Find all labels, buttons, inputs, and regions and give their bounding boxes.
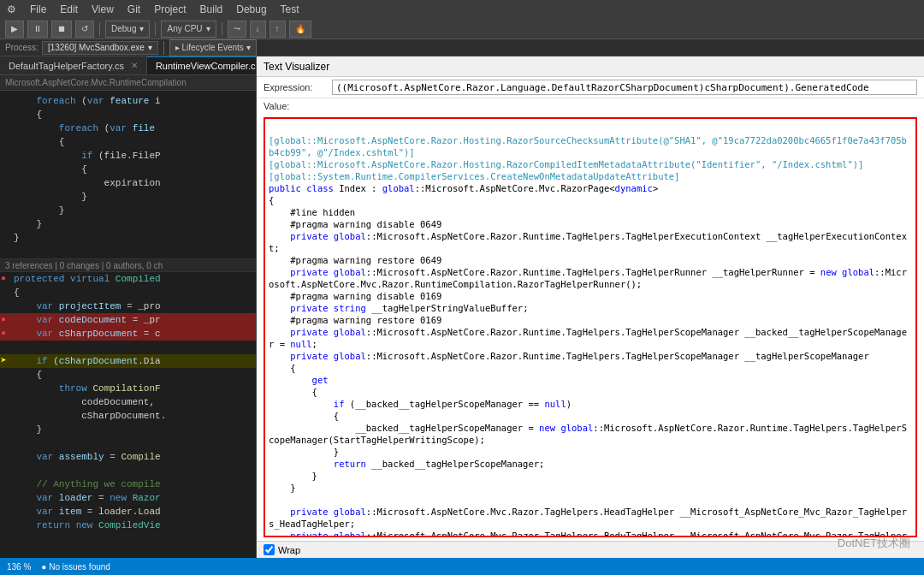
hot-reload-button[interactable]: 🔥 [289,21,311,38]
code-line-highlight-red-2: ● var cSharpDocument = c [0,327,256,341]
app-icon: ⚙ [7,3,16,15]
tab-runtimeviewcompiler[interactable]: RuntimeViewCompiler.cs ✕ [147,56,257,74]
status-bar: 136 % ● No issues found [0,558,924,575]
code-line: var item = loader.Load [0,505,256,519]
code-line-current: ➤ if (cSharpDocument.Dia [0,354,256,368]
code-line: { [0,286,256,299]
app-layout: ⚙ File Edit View Git Project Build Debug… [0,0,924,575]
breakpoint-dot-2: ● [0,313,7,327]
text-visualizer-pane: Text Visualizer Expression: Value: [glob… [257,56,924,558]
process-selector[interactable]: [13260] MvcSandbox.exe ▾ [42,41,158,55]
code-line: var loader = new Razor [0,491,256,505]
menu-project[interactable]: Project [147,3,192,15]
code-line: foreach (var file [0,122,256,135]
process-bar: Process: [13260] MvcSandbox.exe ▾ ▸ Life… [0,39,924,56]
code-line [0,436,256,450]
current-line-arrow: ➤ [0,354,7,368]
code-line: var projectItem = _pro [0,299,256,313]
code-line: } [0,190,256,204]
code-line: } [0,217,256,231]
code-line: { [0,108,256,122]
breakpoint-dot: ● [0,272,7,286]
play-button[interactable]: ▶ [5,21,24,38]
code-line: { [0,135,256,149]
code-line: // Anything we compile [0,477,256,491]
gutter-1 [0,94,7,108]
code-line [0,245,256,258]
code-line: foreach (var feature i [0,94,256,108]
step-over-button[interactable]: ⤳ [228,21,246,38]
stop-button[interactable]: ⏹ [51,21,72,38]
visualizer-title: Text Visualizer [257,56,924,77]
code-line: return new CompiledVie [0,519,256,532]
menu-test[interactable]: Test [274,3,306,15]
code-line: ● protected virtual Compiled [0,272,256,286]
menu-debug[interactable]: Debug [229,3,273,15]
code-line: var assembly = Compile [0,450,256,464]
menu-file[interactable]: File [23,3,53,15]
wrap-checkbox[interactable] [264,544,275,555]
step-out-button[interactable]: ↑ [270,21,286,38]
code-line: expiration [0,176,256,190]
expression-input[interactable] [332,80,917,95]
left-pane: DefaultTagHelperFactory.cs ✕ RuntimeView… [0,56,257,558]
toolbar-separator-2 [155,22,156,36]
wrap-label[interactable]: Wrap [278,545,300,555]
code-line: } [0,231,256,245]
breakpoint-dot-3: ● [0,327,7,341]
close-tab-left[interactable]: ✕ [131,61,138,70]
pause-button[interactable]: ⏸ [27,21,48,38]
expression-label: Expression: [264,82,332,92]
code-line: cSharpDocument. [0,409,256,423]
menu-edit[interactable]: Edit [53,3,85,15]
title-bar: ⚙ File Edit View Git Project Build Debug… [0,0,924,19]
platform-dropdown[interactable]: Any CPU ▾ [161,21,216,38]
debug-config-dropdown[interactable]: Debug ▾ [105,21,150,38]
code-scroll[interactable]: foreach (var feature i { foreach (var fi… [0,91,256,558]
tab-defaulttaghelperfactory[interactable]: DefaultTagHelperFactory.cs ✕ [0,56,147,74]
code-line: throw CompilationF [0,382,256,395]
code-line: { [0,163,256,176]
code-area[interactable]: foreach (var feature i { foreach (var fi… [0,91,256,558]
code-line: } [0,423,256,436]
editor-tabs: DefaultTagHelperFactory.cs ✕ RuntimeView… [0,56,256,75]
value-label: Value: [257,98,924,114]
code-content-box[interactable]: [global::Microsoft.AspNetCore.Razor.Host… [264,117,917,537]
process-sep [163,41,164,55]
code-line: } [0,204,256,217]
toolbar-separator-3 [222,22,222,36]
no-issues-badge: ● No issues found [41,562,110,572]
restart-button[interactable]: ↺ [75,21,94,38]
menu-build[interactable]: Build [193,3,230,15]
expression-row: Expression: [257,77,924,98]
code-line [0,464,256,477]
toolbar-separator [99,22,100,36]
process-label: Process: [5,43,38,52]
step-into-button[interactable]: ↓ [250,21,266,38]
editor-area: DefaultTagHelperFactory.cs ✕ RuntimeView… [0,56,924,558]
breadcrumb: Microsoft.AspNetCore.Mvc.RuntimeCompilat… [0,75,256,91]
reference-bar: 3 references | 0 changes | 0 authors, 0 … [0,258,256,272]
menu-git[interactable]: Git [121,3,147,15]
code-line: { [0,368,256,382]
code-line [0,341,256,354]
zoom-level: 136 % [7,562,31,572]
toolbar: ▶ ⏸ ⏹ ↺ Debug ▾ Any CPU ▾ ⤳ ↓ ↑ 🔥 [0,19,924,39]
code-line: codeDocument, [0,395,256,409]
menu-view[interactable]: View [85,3,121,15]
lifecycle-dropdown[interactable]: ▸ Lifecycle Events ▾ [169,39,257,56]
code-line-highlight-red: ● var codeDocument = _pr [0,313,256,327]
visualizer-footer: Wrap [257,541,924,558]
code-line: if (file.FileP [0,149,256,163]
